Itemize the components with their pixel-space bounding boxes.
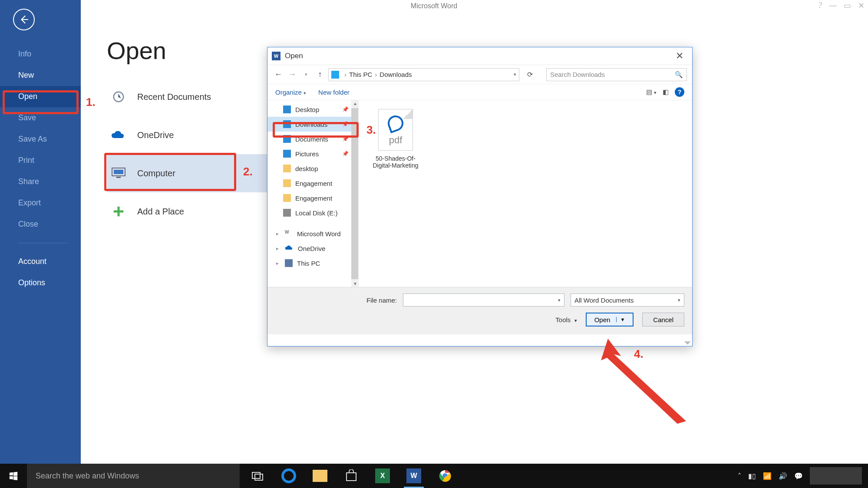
dialog-close-button[interactable]: ✕ <box>671 50 688 62</box>
tree-item-downloads[interactable]: Downloads📌 <box>267 117 358 132</box>
cancel-button[interactable]: Cancel <box>642 313 684 326</box>
desktop-icon <box>283 106 291 113</box>
wifi-icon[interactable]: 📶 <box>763 472 772 480</box>
backstage-item-save[interactable]: Save <box>0 107 81 129</box>
view-mode-button[interactable]: ▤ ▾ <box>646 88 657 96</box>
folder-icon <box>283 179 291 187</box>
chevron-down-icon: ▾ <box>678 297 680 303</box>
taskbar-app-explorer[interactable] <box>311 467 329 485</box>
tree-item-folder[interactable]: desktop <box>267 161 358 176</box>
taskbar-app-store[interactable] <box>342 467 360 485</box>
place-add-a-place[interactable]: Add a Place <box>107 192 289 231</box>
filename-input[interactable]: ▾ <box>403 293 564 307</box>
tree-item-folder[interactable]: Engagement <box>267 176 358 191</box>
expand-icon[interactable]: ▸ <box>276 231 281 237</box>
minimize-button[interactable]: — <box>829 1 837 10</box>
backstage-item-save-as[interactable]: Save As <box>0 129 81 150</box>
callout-label-2: 2. <box>243 165 253 178</box>
tree-item-local-disk[interactable]: Local Disk (E:) <box>267 205 358 220</box>
breadcrumb-segment[interactable]: Downloads <box>380 71 412 78</box>
nav-recent-dropdown[interactable]: ▾ <box>300 72 312 77</box>
backstage-item-export[interactable]: Export <box>0 192 81 214</box>
chevron-down-icon: ▾ <box>304 90 306 96</box>
tree-group-this-pc[interactable]: ▸This PC <box>267 256 358 270</box>
place-computer[interactable]: Computer <box>107 154 289 192</box>
taskbar-app-word[interactable]: W <box>405 467 423 485</box>
edge-icon <box>386 113 406 133</box>
open-split-dropdown[interactable]: ▼ <box>616 317 625 322</box>
tree-item-desktop[interactable]: Desktop📌 <box>267 102 358 117</box>
volume-icon[interactable]: 🔊 <box>779 472 787 480</box>
taskbar: Search the web and Windows X W ˄ ▮▯ 📶 🔊 … <box>0 464 868 488</box>
file-list[interactable]: pdf 50-Shades-Of-Digital-Marketing <box>359 100 692 287</box>
windows-icon <box>9 471 18 481</box>
preview-pane-button[interactable]: ◧ <box>663 88 669 96</box>
taskbar-search-input[interactable]: Search the web and Windows <box>27 464 240 488</box>
chevron-right-icon: › <box>344 71 347 78</box>
breadcrumb-segment[interactable]: This PC <box>349 71 372 78</box>
taskbar-app-chrome[interactable] <box>436 467 454 485</box>
help-icon[interactable]: ? <box>818 1 822 10</box>
tree-item-documents[interactable]: Documents📌 <box>267 132 358 146</box>
place-onedrive[interactable]: OneDrive <box>107 116 289 154</box>
word-icon: W <box>272 52 281 60</box>
folder-icon <box>283 194 291 202</box>
chevron-down-icon[interactable]: ▾ <box>514 72 516 77</box>
place-recent-documents[interactable]: Recent Documents <box>107 78 289 116</box>
task-view-icon <box>251 471 264 481</box>
backstage-item-close[interactable]: Close <box>0 214 81 235</box>
expand-icon[interactable]: ▸ <box>276 260 281 266</box>
task-view-button[interactable] <box>248 467 267 485</box>
filetype-select[interactable]: All Word Documents▾ <box>571 293 684 307</box>
search-input[interactable]: Search Downloads 🔍 <box>546 68 687 81</box>
resize-grip-icon[interactable]: ◢ <box>684 336 692 345</box>
backstage-item-open[interactable]: Open <box>0 86 81 107</box>
file-item[interactable]: pdf 50-Shades-Of-Digital-Marketing <box>367 109 424 169</box>
folder-icon <box>283 165 291 172</box>
tools-menu[interactable]: Tools ▾ <box>555 316 577 323</box>
refresh-button[interactable]: ⟳ <box>525 70 535 79</box>
dialog-help-button[interactable]: ? <box>675 87 684 97</box>
new-folder-button[interactable]: New folder <box>318 89 350 96</box>
battery-icon[interactable]: ▮▯ <box>748 472 756 480</box>
backstage-item-options[interactable]: Options <box>0 272 81 293</box>
chevron-right-icon: › <box>375 71 377 78</box>
file-name: 50-Shades-Of-Digital-Marketing <box>367 155 424 169</box>
backstage-item-print[interactable]: Print <box>0 150 81 171</box>
expand-icon[interactable]: ▸ <box>276 246 281 251</box>
start-button[interactable] <box>0 464 27 488</box>
backstage-item-share[interactable]: Share <box>0 171 81 192</box>
folder-icon <box>313 470 327 482</box>
word-icon: W <box>406 468 421 483</box>
nav-back-button[interactable]: ← <box>273 70 284 79</box>
taskbar-app-edge[interactable] <box>280 467 298 485</box>
notifications-icon[interactable]: 💬 <box>794 472 803 480</box>
taskbar-clock[interactable] <box>810 467 862 485</box>
tree-group-onedrive[interactable]: ▸OneDrive <box>267 241 358 256</box>
store-icon <box>345 469 358 482</box>
dialog-toolbar: Organize ▾ New folder ▤ ▾ ◧ ? <box>267 84 692 100</box>
place-label: Add a Place <box>137 207 184 217</box>
backstage-item-new[interactable]: New <box>0 65 81 86</box>
search-icon: 🔍 <box>675 71 683 79</box>
close-window-button[interactable]: ✕ <box>858 1 865 10</box>
breadcrumb-path[interactable]: › This PC › Downloads ▾ <box>328 68 519 81</box>
maximize-button[interactable]: ▭ <box>844 1 851 10</box>
tree-item-pictures[interactable]: Pictures📌 <box>267 146 358 161</box>
scrollbar-thumb[interactable] <box>351 108 358 279</box>
pictures-icon <box>283 150 291 158</box>
nav-up-button[interactable]: ↑ <box>314 70 326 79</box>
organize-menu[interactable]: Organize ▾ <box>275 89 306 96</box>
backstage-item-info[interactable]: Info <box>0 43 81 65</box>
open-button[interactable]: Open▼ <box>586 313 634 326</box>
back-button[interactable] <box>13 9 35 30</box>
nav-forward-button[interactable]: → <box>287 70 298 79</box>
scroll-up-icon[interactable]: ▲ <box>353 101 357 106</box>
tree-item-folder[interactable]: Engagement <box>267 191 358 205</box>
scrollbar[interactable]: ▲ ▼ <box>351 100 358 287</box>
taskbar-app-excel[interactable]: X <box>373 467 392 485</box>
tray-expand-icon[interactable]: ˄ <box>738 472 741 480</box>
scroll-down-icon[interactable]: ▼ <box>353 281 357 286</box>
backstage-item-account[interactable]: Account <box>0 251 81 272</box>
tree-group-word[interactable]: ▸WMicrosoft Word <box>267 226 358 241</box>
